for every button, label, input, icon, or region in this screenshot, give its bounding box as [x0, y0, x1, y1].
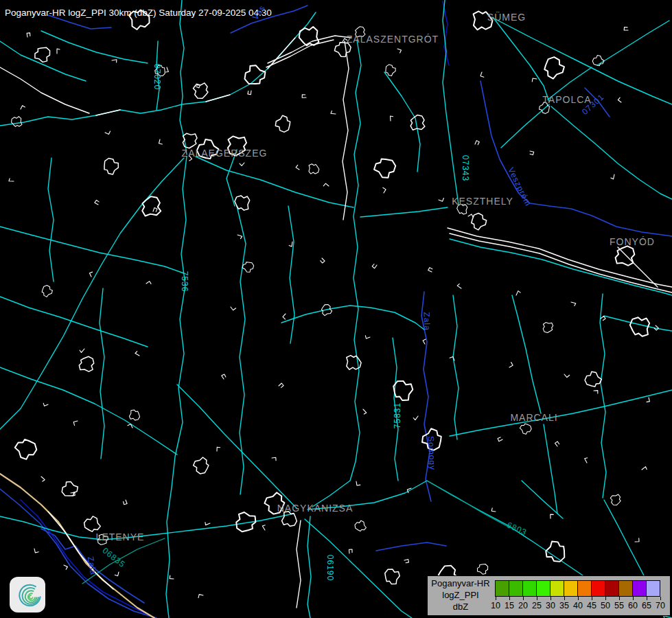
road-label-07343: 07343	[461, 155, 470, 181]
legend-color-cell	[536, 580, 551, 597]
city-label-nagykanizsa: NAGYKANIZSA	[277, 503, 354, 514]
legend-tick-labels: 10152025303540455055606570	[489, 601, 667, 610]
product-title: Poganyvar-HR logZ_PPI 30km (dbZ) Saturda…	[5, 8, 272, 18]
city-label-letenye: LETENYE	[96, 531, 145, 542]
legend-tick-value: 45	[585, 601, 599, 610]
legend-tick-value: 20	[516, 601, 530, 610]
legend-tick-value: 35	[557, 601, 571, 610]
legend-color-scale: 10152025303540455055606570	[494, 576, 670, 615]
legend-tick-mark	[564, 597, 565, 600]
railways-and-shore	[0, 36, 672, 608]
legend-color-cell	[577, 580, 592, 597]
legend-tick-value: 60	[626, 601, 640, 610]
legend-tick-mark	[509, 597, 510, 600]
road-label-75831: 75831	[393, 402, 402, 428]
legend-tick-mark	[592, 597, 592, 600]
legend-tick-mark	[633, 597, 634, 600]
secondary-roads	[82, 481, 509, 584]
legend-tick-mark	[605, 597, 606, 600]
legend-color-cell	[509, 580, 523, 597]
legend-tick-mark	[523, 597, 524, 600]
legend-tick-mark	[619, 597, 620, 600]
city-label-fonyod: FONYÓD	[610, 236, 655, 247]
dbz-legend: Poganyvar-HR logZ_PPI dbZ 10152025303540…	[427, 575, 671, 616]
legend-tick-mark	[660, 597, 661, 600]
legend-tick-value: 55	[612, 601, 626, 610]
spiral-logo-icon	[10, 577, 45, 613]
legend-color-cell	[591, 580, 605, 597]
legend-tick-mark	[647, 597, 647, 600]
legend-tick-value: 30	[544, 601, 557, 610]
radar-map	[0, 0, 672, 618]
legend-color-cell	[495, 580, 509, 597]
legend-product-info: Poganyvar-HR logZ_PPI dbZ	[428, 576, 494, 615]
legend-colorbar	[496, 580, 660, 597]
county-label-somogy: Somogy	[426, 436, 438, 471]
legend-tick-value: 10	[489, 601, 502, 610]
legend-tick-value: 65	[640, 601, 653, 610]
legend-tick-value: 15	[502, 601, 516, 610]
city-label-sumeg: SÜMEG	[487, 12, 526, 23]
city-label-zalaszentgrot: ZALASZENTGRÓT	[347, 34, 439, 45]
legend-color-cell	[522, 580, 537, 597]
road-label-07020: 07020	[152, 64, 162, 90]
legend-color-cell	[564, 580, 578, 597]
legend-tick-value: 70	[653, 601, 667, 610]
legend-tick-value: 25	[530, 601, 544, 610]
legend-tick-mark	[537, 597, 537, 600]
legend-color-cell	[646, 580, 660, 597]
legend-unit: dbZ	[453, 602, 468, 613]
legend-radar-name: Poganyvar-HR	[431, 578, 489, 590]
legend-color-cell	[605, 580, 619, 597]
legend-tick-mark	[578, 597, 579, 600]
road-label-06190: 06190	[325, 555, 335, 581]
city-label-zalaegerszeg: ZALAEGERSZEG	[182, 148, 268, 159]
legend-tick-value: 40	[571, 601, 585, 610]
city-label-marcali: MARCALI	[510, 412, 557, 423]
legend-product-name: logZ_PPI	[442, 590, 478, 602]
radar-viewer: Poganyvar-HR logZ_PPI 30km (dbZ) Saturda…	[0, 0, 672, 618]
main-roads	[0, 0, 672, 618]
legend-color-cell	[550, 580, 564, 597]
legend-color-cell	[632, 580, 647, 597]
legend-color-cell	[618, 580, 633, 597]
city-label-keszthely: KESZTHELY	[452, 196, 513, 207]
road-label-7536: 7536	[180, 271, 189, 293]
legend-tick-mark	[551, 597, 551, 600]
county-label-zala: Zala	[422, 312, 432, 331]
legend-tick-mark	[496, 597, 496, 600]
legend-tick-value: 50	[599, 601, 612, 610]
city-label-tapolca: TAPOLCA	[542, 94, 591, 105]
